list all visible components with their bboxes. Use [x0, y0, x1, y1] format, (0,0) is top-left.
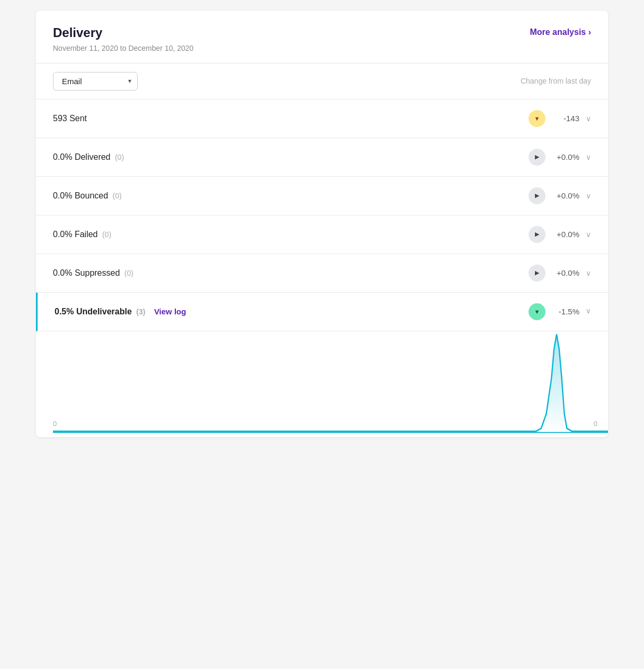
metric-row-sent: 593 Sent ▼ -143 ∨: [36, 100, 608, 138]
metric-label-sent: 593 Sent: [53, 114, 87, 123]
sparkline-chart: [53, 331, 608, 437]
metric-label-delivered: 0.0% Delivered (0): [53, 152, 124, 162]
metric-row-bounced: 0.0% Bounced (0) ▶ +0.0% ∨: [36, 177, 608, 215]
chart-zero-left-label: 0: [53, 420, 57, 428]
change-value-bounced: +0.0%: [552, 191, 579, 200]
change-value-failed: +0.0%: [552, 230, 579, 239]
metric-right-delivered: ▶ +0.0% ∨: [529, 149, 591, 166]
view-log-link[interactable]: View log: [154, 307, 186, 316]
metrics-list: 593 Sent ▼ -143 ∨ 0.0% Delivered (0) ▶ +…: [36, 100, 608, 331]
metric-right-suppressed: ▶ +0.0% ∨: [529, 265, 591, 282]
chevron-suppressed[interactable]: ∨: [586, 269, 591, 277]
change-value-suppressed: +0.0%: [552, 268, 579, 277]
badge-bounced: ▶: [529, 187, 545, 204]
chart-area: 0 0: [36, 331, 608, 437]
channel-select-wrapper: Email SMS Push Web: [53, 72, 138, 91]
date-range: November 11, 2020 to December 10, 2020: [53, 44, 193, 52]
metric-label-suppressed: 0.0% Suppressed (0): [53, 268, 133, 278]
svg-marker-0: [53, 334, 608, 434]
badge-suppressed: ▶: [529, 265, 545, 282]
badge-icon-delivered: ▶: [535, 153, 539, 160]
badge-failed: ▶: [529, 226, 545, 243]
page-title: Delivery: [53, 25, 193, 41]
metric-row-undeliverable: 0.5% Undeliverable (3) View log ▼ -1.5% …: [36, 293, 608, 331]
card-header: Delivery November 11, 2020 to December 1…: [36, 11, 608, 64]
badge-icon-bounced: ▶: [535, 192, 539, 199]
badge-undeliverable: ▼: [529, 303, 545, 320]
metric-right-failed: ▶ +0.0% ∨: [529, 226, 591, 243]
change-from-last-day-label: Change from last day: [521, 77, 591, 85]
chevron-sent[interactable]: ∨: [586, 114, 591, 123]
badge-sent: ▼: [529, 110, 545, 127]
more-analysis-link[interactable]: More analysis ›: [530, 28, 591, 37]
change-value-delivered: +0.0%: [552, 152, 579, 161]
badge-icon-suppressed: ▶: [535, 269, 539, 276]
change-value-undeliverable: -1.5%: [552, 307, 579, 316]
chevron-undeliverable[interactable]: ∧: [586, 308, 591, 316]
badge-icon-failed: ▶: [535, 231, 539, 238]
badge-icon-sent: ▼: [534, 115, 540, 122]
chevron-failed[interactable]: ∨: [586, 230, 591, 239]
change-value-sent: -143: [552, 114, 579, 123]
metric-right-bounced: ▶ +0.0% ∨: [529, 187, 591, 204]
badge-delivered: ▶: [529, 149, 545, 166]
chevron-delivered[interactable]: ∨: [586, 153, 591, 161]
metric-label-undeliverable: 0.5% Undeliverable (3) View log: [55, 307, 186, 317]
badge-icon-undeliverable: ▼: [534, 309, 540, 315]
metric-right-sent: ▼ -143 ∨: [529, 110, 591, 127]
filter-row: Email SMS Push Web Change from last day: [36, 64, 608, 100]
chevron-bounced[interactable]: ∨: [586, 192, 591, 200]
metric-row-suppressed: 0.0% Suppressed (0) ▶ +0.0% ∨: [36, 254, 608, 293]
metric-label-failed: 0.0% Failed (0): [53, 230, 111, 239]
metric-label-bounced: 0.0% Bounced (0): [53, 191, 122, 201]
delivery-card: Delivery November 11, 2020 to December 1…: [36, 11, 608, 437]
chart-zero-right-label: 0: [594, 420, 597, 428]
channel-select[interactable]: Email SMS Push Web: [53, 72, 138, 91]
metric-right-undeliverable: ▼ -1.5% ∧: [529, 303, 591, 320]
header-left: Delivery November 11, 2020 to December 1…: [53, 25, 193, 52]
metric-row-delivered: 0.0% Delivered (0) ▶ +0.0% ∨: [36, 138, 608, 177]
metric-row-failed: 0.0% Failed (0) ▶ +0.0% ∨: [36, 215, 608, 254]
